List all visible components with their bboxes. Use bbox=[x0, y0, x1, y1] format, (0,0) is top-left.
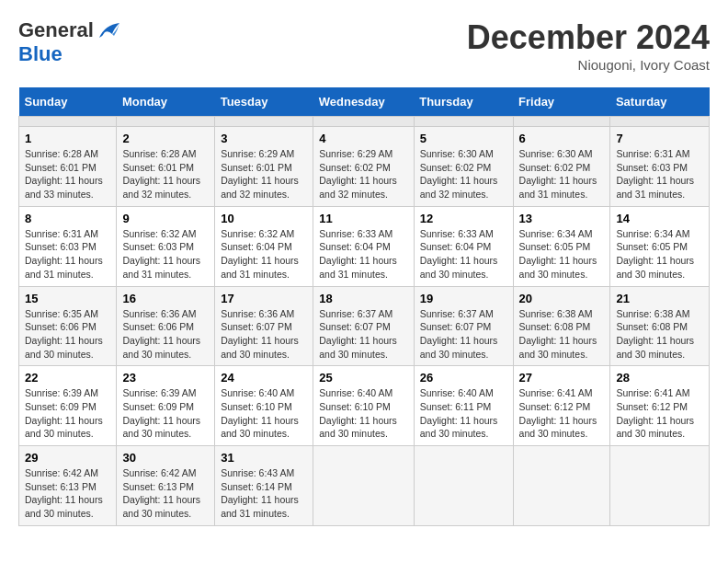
day-info: Sunrise: 6:42 AMSunset: 6:13 PMDaylight:… bbox=[25, 466, 110, 521]
calendar-cell: 19Sunrise: 6:37 AMSunset: 6:07 PMDayligh… bbox=[414, 286, 513, 366]
day-info: Sunrise: 6:39 AMSunset: 6:09 PMDaylight:… bbox=[122, 386, 209, 441]
calendar-cell: 5Sunrise: 6:30 AMSunset: 6:02 PMDaylight… bbox=[414, 127, 513, 207]
day-info: Sunrise: 6:33 AMSunset: 6:04 PMDaylight:… bbox=[319, 227, 407, 282]
day-number: 9 bbox=[122, 212, 209, 225]
day-number: 30 bbox=[122, 451, 209, 465]
calendar-cell: 24Sunrise: 6:40 AMSunset: 6:10 PMDayligh… bbox=[215, 366, 313, 446]
calendar-cell bbox=[414, 446, 513, 526]
calendar-cell: 9Sunrise: 6:32 AMSunset: 6:03 PMDaylight… bbox=[117, 206, 215, 286]
location: Niougoni, Ivory Coast bbox=[467, 57, 710, 73]
calendar-cell bbox=[610, 446, 710, 526]
day-number: 26 bbox=[420, 371, 507, 385]
calendar-cell: 11Sunrise: 6:33 AMSunset: 6:04 PMDayligh… bbox=[313, 206, 414, 286]
day-info: Sunrise: 6:43 AMSunset: 6:14 PMDaylight:… bbox=[221, 466, 307, 521]
calendar-cell: 14Sunrise: 6:34 AMSunset: 6:05 PMDayligh… bbox=[610, 206, 710, 286]
day-number: 31 bbox=[221, 451, 307, 465]
calendar-cell: 17Sunrise: 6:36 AMSunset: 6:07 PMDayligh… bbox=[215, 286, 313, 366]
day-info: Sunrise: 6:40 AMSunset: 6:10 PMDaylight:… bbox=[221, 386, 307, 441]
calendar-cell: 7Sunrise: 6:31 AMSunset: 6:03 PMDaylight… bbox=[610, 127, 710, 207]
day-number: 21 bbox=[616, 292, 703, 305]
day-header: Friday bbox=[513, 87, 610, 117]
calendar-cell: 23Sunrise: 6:39 AMSunset: 6:09 PMDayligh… bbox=[117, 366, 215, 446]
day-number: 7 bbox=[616, 132, 703, 145]
day-number: 16 bbox=[122, 292, 209, 305]
day-header: Saturday bbox=[610, 87, 710, 117]
day-number: 10 bbox=[221, 212, 307, 225]
calendar-cell bbox=[19, 117, 117, 127]
day-number: 3 bbox=[221, 132, 307, 145]
calendar-cell bbox=[513, 117, 610, 127]
calendar-cell: 6Sunrise: 6:30 AMSunset: 6:02 PMDaylight… bbox=[513, 127, 610, 207]
calendar-cell: 26Sunrise: 6:40 AMSunset: 6:11 PMDayligh… bbox=[414, 366, 513, 446]
day-info: Sunrise: 6:36 AMSunset: 6:07 PMDaylight:… bbox=[221, 307, 307, 362]
day-number: 22 bbox=[25, 371, 110, 385]
day-info: Sunrise: 6:31 AMSunset: 6:03 PMDaylight:… bbox=[616, 147, 703, 201]
day-number: 2 bbox=[122, 132, 209, 145]
day-number: 12 bbox=[420, 212, 507, 225]
calendar-week-row: 29Sunrise: 6:42 AMSunset: 6:13 PMDayligh… bbox=[19, 446, 710, 526]
day-info: Sunrise: 6:41 AMSunset: 6:12 PMDaylight:… bbox=[616, 386, 703, 441]
day-info: Sunrise: 6:38 AMSunset: 6:08 PMDaylight:… bbox=[519, 307, 605, 362]
logo-blue-text: Blue bbox=[18, 42, 63, 65]
logo-text: General bbox=[18, 18, 121, 42]
day-info: Sunrise: 6:30 AMSunset: 6:02 PMDaylight:… bbox=[519, 147, 605, 201]
day-info: Sunrise: 6:28 AMSunset: 6:01 PMDaylight:… bbox=[25, 147, 110, 201]
day-number: 23 bbox=[122, 371, 209, 385]
day-number: 29 bbox=[25, 451, 110, 465]
day-info: Sunrise: 6:40 AMSunset: 6:11 PMDaylight:… bbox=[420, 386, 507, 441]
calendar-week-row: 15Sunrise: 6:35 AMSunset: 6:06 PMDayligh… bbox=[19, 286, 710, 366]
day-info: Sunrise: 6:34 AMSunset: 6:05 PMDaylight:… bbox=[616, 227, 703, 282]
day-info: Sunrise: 6:33 AMSunset: 6:04 PMDaylight:… bbox=[420, 227, 507, 282]
calendar-cell: 10Sunrise: 6:32 AMSunset: 6:04 PMDayligh… bbox=[215, 206, 313, 286]
calendar-cell: 20Sunrise: 6:38 AMSunset: 6:08 PMDayligh… bbox=[513, 286, 610, 366]
page-header: General Blue December 2024 Niougoni, Ivo… bbox=[18, 18, 710, 73]
calendar-cell: 12Sunrise: 6:33 AMSunset: 6:04 PMDayligh… bbox=[414, 206, 513, 286]
day-info: Sunrise: 6:36 AMSunset: 6:06 PMDaylight:… bbox=[122, 307, 209, 362]
day-number: 27 bbox=[519, 371, 605, 385]
calendar-cell: 29Sunrise: 6:42 AMSunset: 6:13 PMDayligh… bbox=[19, 446, 117, 526]
day-info: Sunrise: 6:29 AMSunset: 6:01 PMDaylight:… bbox=[221, 147, 307, 201]
day-number: 1 bbox=[25, 132, 110, 145]
day-number: 25 bbox=[319, 371, 407, 385]
calendar-cell: 18Sunrise: 6:37 AMSunset: 6:07 PMDayligh… bbox=[313, 286, 414, 366]
day-info: Sunrise: 6:39 AMSunset: 6:09 PMDaylight:… bbox=[25, 386, 110, 441]
day-number: 20 bbox=[519, 292, 605, 305]
calendar-cell: 30Sunrise: 6:42 AMSunset: 6:13 PMDayligh… bbox=[117, 446, 215, 526]
day-info: Sunrise: 6:37 AMSunset: 6:07 PMDaylight:… bbox=[420, 307, 507, 362]
calendar-cell bbox=[610, 117, 710, 127]
day-info: Sunrise: 6:32 AMSunset: 6:04 PMDaylight:… bbox=[221, 227, 307, 282]
day-header: Monday bbox=[117, 87, 215, 117]
calendar-cell: 15Sunrise: 6:35 AMSunset: 6:06 PMDayligh… bbox=[19, 286, 117, 366]
day-info: Sunrise: 6:42 AMSunset: 6:13 PMDaylight:… bbox=[122, 466, 209, 521]
day-info: Sunrise: 6:35 AMSunset: 6:06 PMDaylight:… bbox=[25, 307, 110, 362]
day-info: Sunrise: 6:28 AMSunset: 6:01 PMDaylight:… bbox=[122, 147, 209, 201]
day-number: 13 bbox=[519, 212, 605, 225]
calendar-cell: 4Sunrise: 6:29 AMSunset: 6:02 PMDaylight… bbox=[313, 127, 414, 207]
calendar-cell: 21Sunrise: 6:38 AMSunset: 6:08 PMDayligh… bbox=[610, 286, 710, 366]
day-number: 28 bbox=[616, 371, 703, 385]
calendar-cell: 22Sunrise: 6:39 AMSunset: 6:09 PMDayligh… bbox=[19, 366, 117, 446]
day-info: Sunrise: 6:38 AMSunset: 6:08 PMDaylight:… bbox=[616, 307, 703, 362]
calendar-cell bbox=[313, 446, 414, 526]
calendar-cell bbox=[414, 117, 513, 127]
day-number: 19 bbox=[420, 292, 507, 305]
logo-bird-icon bbox=[96, 21, 121, 41]
calendar-header-row: SundayMondayTuesdayWednesdayThursdayFrid… bbox=[19, 87, 710, 117]
day-info: Sunrise: 6:31 AMSunset: 6:03 PMDaylight:… bbox=[25, 227, 110, 282]
calendar-cell: 25Sunrise: 6:40 AMSunset: 6:10 PMDayligh… bbox=[313, 366, 414, 446]
day-number: 18 bbox=[319, 292, 407, 305]
day-info: Sunrise: 6:34 AMSunset: 6:05 PMDaylight:… bbox=[519, 227, 605, 282]
day-info: Sunrise: 6:30 AMSunset: 6:02 PMDaylight:… bbox=[420, 147, 507, 201]
calendar-week-row: 8Sunrise: 6:31 AMSunset: 6:03 PMDaylight… bbox=[19, 206, 710, 286]
calendar-week-row: 1Sunrise: 6:28 AMSunset: 6:01 PMDaylight… bbox=[19, 127, 710, 207]
day-header: Tuesday bbox=[215, 87, 313, 117]
calendar-cell bbox=[117, 117, 215, 127]
day-info: Sunrise: 6:32 AMSunset: 6:03 PMDaylight:… bbox=[122, 227, 209, 282]
day-info: Sunrise: 6:29 AMSunset: 6:02 PMDaylight:… bbox=[319, 147, 407, 201]
calendar-table: SundayMondayTuesdayWednesdayThursdayFrid… bbox=[18, 87, 710, 526]
day-info: Sunrise: 6:37 AMSunset: 6:07 PMDaylight:… bbox=[319, 307, 407, 362]
day-number: 24 bbox=[221, 371, 307, 385]
calendar-cell bbox=[513, 446, 610, 526]
day-number: 4 bbox=[319, 132, 407, 145]
calendar-week-row bbox=[19, 117, 710, 127]
